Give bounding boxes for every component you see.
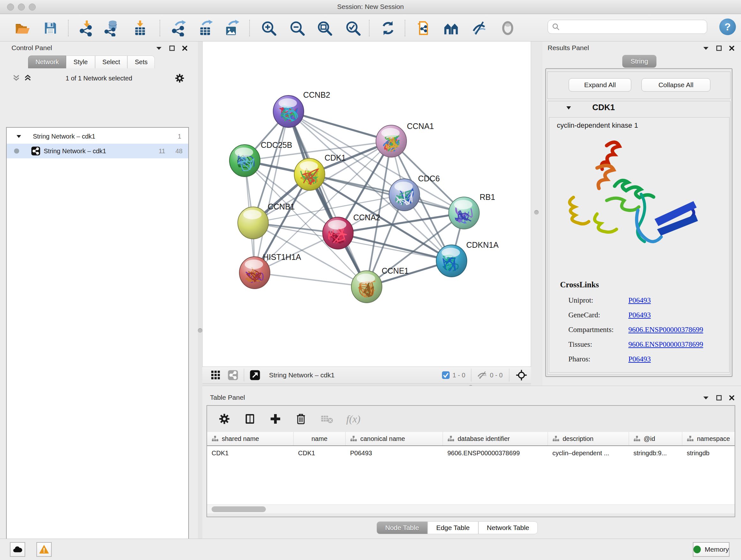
tab-network[interactable]: Network <box>28 56 66 68</box>
zoom-out-icon[interactable] <box>288 19 306 37</box>
float-panel-icon[interactable] <box>156 46 162 51</box>
cloud-services-button[interactable] <box>10 542 25 557</box>
birdseye-navigator-icon[interactable] <box>516 369 527 381</box>
export-image-icon[interactable] <box>223 19 241 37</box>
delete-column-icon[interactable] <box>294 413 307 425</box>
toolbar-separator <box>471 369 471 381</box>
crosslinks-heading: CrossLinks <box>560 280 599 289</box>
select-columns-icon[interactable] <box>244 413 256 425</box>
zoom-selected-icon[interactable] <box>344 19 362 37</box>
expand-all-button[interactable]: Expand All <box>569 78 631 91</box>
tab-node-table[interactable]: Node Table <box>377 521 428 534</box>
shared-column-icon <box>633 435 641 442</box>
current-network-name: String Network – cdk1 <box>269 371 334 379</box>
import-network-database-icon[interactable] <box>103 19 121 37</box>
create-column-icon[interactable] <box>269 413 282 425</box>
results-panel: Results Panel String Expand All Collapse… <box>542 42 741 386</box>
svg-text:CDKN1A: CDKN1A <box>466 240 499 249</box>
crosslink-value[interactable]: 9606.ENSP00000378699 <box>628 337 703 352</box>
maximize-panel-icon[interactable] <box>169 45 175 51</box>
column-header[interactable]: namespace <box>682 432 735 445</box>
apply-preferred-layout-icon[interactable] <box>379 19 397 37</box>
import-table-file-icon[interactable] <box>131 19 149 37</box>
tab-edge-table[interactable]: Edge Table <box>428 521 478 534</box>
fit-content-icon[interactable] <box>316 19 333 37</box>
vertical-splitter-left[interactable] <box>198 42 202 539</box>
close-panel-icon[interactable] <box>182 45 188 51</box>
column-header[interactable]: canonical name <box>346 432 443 445</box>
network-view-share-icon[interactable] <box>226 369 239 381</box>
tab-sets[interactable]: Sets <box>127 56 155 68</box>
crosslink-value[interactable]: P06493 <box>628 352 651 367</box>
protein-description: cyclin-dependent kinase 1 <box>557 121 729 130</box>
network-graph[interactable]: CCNB2CCNA1CDC25BCDK1CDC6RB1CCNB1CCNA2CDK… <box>203 42 531 366</box>
network-tree-root-row[interactable]: String Network – cdk1 1 <box>7 129 188 144</box>
crosslink-value[interactable]: 9606.ENSP00000378699 <box>628 322 703 337</box>
protein-section-expander-icon[interactable] <box>566 106 571 110</box>
cloud-icon <box>13 546 22 553</box>
scrollbar-thumb[interactable] <box>212 506 266 512</box>
close-panel-icon[interactable] <box>729 395 735 401</box>
float-panel-icon[interactable] <box>703 395 709 400</box>
tab-string[interactable]: String <box>622 55 657 68</box>
export-table-icon[interactable] <box>197 19 215 37</box>
tree-expander-icon[interactable] <box>16 134 21 138</box>
table-options-gear-icon[interactable] <box>218 413 231 425</box>
vertical-splitter-right[interactable] <box>531 42 542 386</box>
crosslink-value[interactable]: P06493 <box>628 293 651 308</box>
network-options-gear-icon[interactable] <box>174 73 185 84</box>
warning-icon <box>39 545 49 554</box>
column-header[interactable]: database identifier <box>443 432 548 445</box>
search-field[interactable] <box>548 20 707 34</box>
grid-mode-icon[interactable] <box>209 369 222 381</box>
toolbar-separator <box>369 20 369 37</box>
selected-counts: 1 - 0 <box>453 372 465 379</box>
export-network-icon[interactable] <box>170 19 188 37</box>
cell-id[interactable]: stringdb:9... <box>629 446 682 460</box>
hide-selected-icon[interactable] <box>470 19 488 37</box>
node-count: 11 <box>158 147 165 155</box>
network-view-toolbar: String Network – cdk1 1 - 0 0 - 0 <box>202 367 531 384</box>
column-header[interactable]: shared name <box>207 432 293 445</box>
help-icon[interactable]: ? <box>719 18 736 35</box>
close-panel-icon[interactable] <box>729 45 735 51</box>
import-network-file-icon[interactable] <box>78 19 96 37</box>
open-session-icon[interactable] <box>13 19 31 37</box>
cell-canonical-name[interactable]: P06493 <box>346 446 443 460</box>
cell-database-identifier[interactable]: 9606.ENSP00000378699 <box>443 446 548 460</box>
column-header[interactable]: @id <box>629 432 682 445</box>
tab-network-table[interactable]: Network Table <box>478 521 538 534</box>
zoom-in-icon[interactable] <box>260 19 278 37</box>
cell-namespace[interactable]: stringdb <box>682 446 735 460</box>
table-row[interactable]: CDK1 CDK1 P06493 9606.ENSP00000378699 cy… <box>207 446 735 460</box>
splitter-handle[interactable] <box>198 328 202 333</box>
splitter-handle[interactable] <box>534 210 539 214</box>
cell-name[interactable]: CDK1 <box>293 446 346 460</box>
network-canvas[interactable]: CCNB2CCNA1CDC25BCDK1CDC6RB1CCNB1CCNA2CDK… <box>202 42 531 367</box>
table-container: f(x) shared name name canonical name dat… <box>206 405 735 517</box>
memory-label: Memory <box>704 546 729 553</box>
float-panel-icon[interactable] <box>703 46 709 51</box>
main-toolbar: ? <box>0 14 741 42</box>
column-header[interactable]: name <box>293 432 346 445</box>
search-input[interactable] <box>560 23 697 30</box>
clone-network-icon[interactable] <box>414 19 432 37</box>
show-all-icon[interactable] <box>499 19 517 37</box>
maximize-panel-icon[interactable] <box>716 45 722 51</box>
network-tree-row[interactable]: String Network – cdk1 11 48 <box>7 144 188 159</box>
cell-shared-name[interactable]: CDK1 <box>207 446 293 460</box>
warnings-button[interactable] <box>37 542 52 557</box>
table-horizontal-scrollbar[interactable] <box>207 504 735 513</box>
cell-description[interactable]: cyclin–dependent ... <box>548 446 629 460</box>
crosslink-value[interactable]: P06493 <box>628 308 651 322</box>
collapse-all-button[interactable]: Collapse All <box>642 78 711 91</box>
column-header[interactable]: description <box>548 432 629 445</box>
tab-select[interactable]: Select <box>95 56 128 68</box>
maximize-panel-icon[interactable] <box>716 395 722 401</box>
save-session-icon[interactable] <box>42 19 59 37</box>
detach-view-icon[interactable] <box>249 369 261 381</box>
search-icon <box>552 23 560 31</box>
memory-button[interactable]: Memory <box>693 542 730 557</box>
first-neighbors-icon[interactable] <box>442 19 460 37</box>
tab-style[interactable]: Style <box>66 56 95 68</box>
